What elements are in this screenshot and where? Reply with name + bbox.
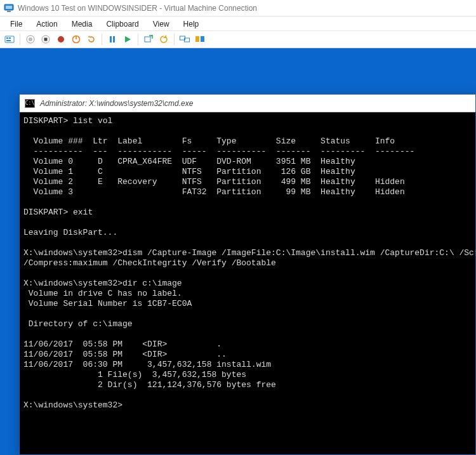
checkpoint-icon[interactable]	[142, 32, 155, 46]
svg-rect-16	[145, 37, 150, 42]
toolbar-separator	[20, 34, 20, 45]
share-icon[interactable]	[193, 32, 207, 46]
menu-media[interactable]: Media	[65, 18, 99, 30]
term-line: Leaving DiskPart...	[23, 228, 117, 237]
record-icon[interactable]	[23, 32, 37, 46]
svg-rect-19	[195, 36, 199, 42]
vm-toolbar	[0, 30, 476, 48]
term-line: Volume 2 E Recovery NTFS Partition 499 M…	[23, 177, 405, 187]
menu-view[interactable]: View	[147, 18, 176, 30]
power-icon[interactable]	[69, 32, 83, 46]
cmd-titlebar[interactable]: C:\ Administrator: X:\windows\system32\c…	[20, 95, 475, 112]
term-line: X:\windows\system32>dir c:\image	[23, 279, 182, 288]
revert-icon[interactable]	[157, 32, 171, 46]
svg-rect-4	[6, 37, 8, 39]
enhanced-icon[interactable]	[178, 32, 192, 46]
term-line: DISKPART> exit	[23, 208, 93, 217]
vm-client-area: C:\ Administrator: X:\windows\system32\c…	[0, 48, 476, 455]
svg-rect-20	[201, 36, 204, 42]
cmd-output[interactable]: DISKPART> list vol Volume ### Ltr Label …	[20, 112, 475, 454]
menu-file[interactable]: File	[4, 18, 29, 30]
cmd-window[interactable]: C:\ Administrator: X:\windows\system32\c…	[19, 94, 476, 455]
svg-point-8	[29, 37, 32, 41]
term-line: Volume in drive C has no label.	[23, 289, 182, 298]
toolbar-separator	[138, 34, 138, 45]
svg-rect-2	[7, 11, 11, 12]
term-line: 11/06/2017 05:58 PM <DIR> ..	[23, 350, 227, 359]
term-line: 11/06/2017 05:58 PM <DIR> .	[23, 340, 221, 349]
term-line: 2 Dir(s) 121,124,376,576 bytes free	[23, 380, 276, 390]
turnoff-icon[interactable]	[54, 32, 68, 46]
term-line: Volume 1 C NTFS Partition 126 GB Healthy	[23, 167, 355, 176]
vm-menubar: File Action Media Clipboard View Help	[0, 16, 476, 30]
term-line: X:\windows\system32>dism /Capture-Image …	[23, 248, 475, 258]
pause-icon[interactable]	[105, 32, 119, 46]
ctrl-alt-del-icon[interactable]	[3, 32, 17, 46]
cmd-title-text: Administrator: X:\windows\system32\cmd.e…	[40, 99, 193, 108]
term-line: Volume 0 D CPRA_X64FRE UDF DVD-ROM 3951 …	[23, 157, 355, 166]
menu-action[interactable]: Action	[30, 18, 63, 30]
vm-title: Windows 10 Test on WINDOWSINSIDER - Virt…	[18, 4, 257, 13]
vm-titlebar: Windows 10 Test on WINDOWSINSIDER - Virt…	[0, 0, 476, 16]
svg-rect-6	[6, 40, 11, 41]
cmd-app-icon: C:\	[25, 99, 35, 108]
term-line: /Compress:maximum /CheckIntegrity /Verif…	[23, 258, 276, 268]
term-line: Volume Serial Number is 1CB7-EC0A	[23, 299, 192, 308]
svg-point-11	[58, 36, 64, 43]
reset-icon[interactable]	[84, 32, 98, 46]
svg-rect-14	[110, 36, 112, 43]
term-line: ---------- --- ----------- ----- -------…	[23, 147, 414, 156]
term-line: Volume 3 FAT32 Partition 99 MB Healthy H…	[23, 187, 405, 197]
menu-clipboard[interactable]: Clipboard	[100, 18, 145, 30]
term-line: X:\windows\system32>	[23, 400, 122, 410]
svg-rect-3	[5, 36, 14, 43]
svg-rect-10	[44, 38, 48, 41]
menu-help[interactable]: Help	[177, 18, 206, 30]
toolbar-separator	[102, 34, 102, 45]
term-line: DISKPART> list vol	[23, 116, 112, 126]
term-line: Volume ### Ltr Label Fs Type Size Status…	[23, 136, 395, 146]
term-line: Directory of c:\image	[23, 319, 133, 329]
svg-rect-15	[113, 36, 115, 43]
vm-app-icon	[4, 3, 14, 13]
svg-rect-5	[9, 37, 11, 39]
term-line: 1 File(s) 3,457,632,158 bytes	[23, 370, 246, 379]
toolbar-separator	[174, 34, 175, 45]
term-line: 11/06/2017 06:30 PM 3,457,632,158 instal…	[23, 360, 271, 369]
stop-icon[interactable]	[39, 32, 53, 46]
svg-rect-1	[6, 6, 12, 9]
play-icon[interactable]	[121, 32, 135, 46]
